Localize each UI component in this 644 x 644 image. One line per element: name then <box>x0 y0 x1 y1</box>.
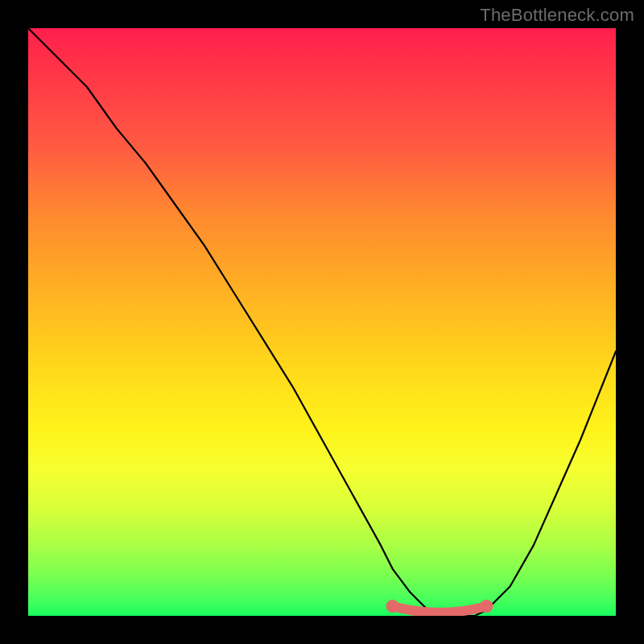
plot-area <box>28 28 616 616</box>
chart-frame: TheBottleneck.com <box>0 0 644 644</box>
chart-svg <box>28 28 616 616</box>
plateau-dot-left <box>386 600 399 613</box>
plateau-highlight <box>393 606 487 613</box>
watermark-text: TheBottleneck.com <box>480 5 634 26</box>
plateau-dot-right <box>480 600 493 613</box>
bottleneck-curve <box>28 28 616 616</box>
